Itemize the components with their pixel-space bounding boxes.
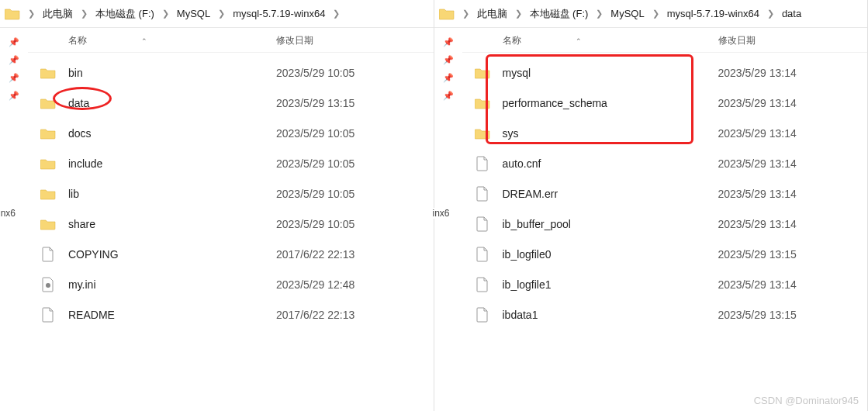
item-date: 2023/5/29 13:14 bbox=[718, 157, 868, 170]
file-list[interactable]: mysql2023/5/29 13:14performance_schema20… bbox=[462, 53, 868, 411]
list-item[interactable]: ib_logfile02023/5/29 13:15 bbox=[462, 239, 868, 269]
list-item[interactable]: DREAM.err2023/5/29 13:14 bbox=[462, 178, 868, 209]
item-name: lib bbox=[68, 188, 276, 200]
watermark: CSDN @Dominator945 bbox=[754, 395, 859, 406]
pin-icon[interactable]: 📌 bbox=[9, 55, 19, 65]
item-name: my.ini bbox=[68, 278, 276, 291]
breadcrumb-item[interactable]: mysql-5.7.19-winx64 bbox=[231, 6, 327, 21]
folder-icon bbox=[28, 67, 68, 79]
file-icon bbox=[28, 277, 68, 292]
side-truncated-label: inx6 bbox=[0, 208, 16, 219]
file-icon bbox=[462, 277, 503, 292]
column-header-date[interactable]: 修改日期 bbox=[276, 34, 434, 47]
breadcrumb-item[interactable]: 本地磁盘 (F:) bbox=[528, 5, 590, 22]
item-name: ibdata1 bbox=[503, 309, 718, 321]
folder-icon bbox=[28, 188, 68, 200]
breadcrumb-item[interactable]: 本地磁盘 (F:) bbox=[94, 5, 156, 22]
item-date: 2023/5/29 12:48 bbox=[276, 278, 434, 291]
list-item[interactable]: performance_schema2023/5/29 13:14 bbox=[462, 88, 868, 118]
list-item[interactable]: sys2023/5/29 13:14 bbox=[462, 118, 868, 148]
item-date: 2023/5/29 13:14 bbox=[718, 97, 868, 109]
side-truncated-label: inx6 bbox=[433, 208, 450, 219]
pin-icon[interactable]: 📌 bbox=[443, 55, 454, 65]
sort-indicator-icon: ⌃ bbox=[141, 37, 147, 45]
item-date: 2023/5/29 13:14 bbox=[718, 67, 868, 79]
quick-access-column: 📌 📌 📌 📌 bbox=[0, 28, 28, 411]
pin-icon[interactable]: 📌 bbox=[9, 37, 19, 47]
folder-icon bbox=[439, 8, 455, 20]
item-name: ib_logfile0 bbox=[503, 248, 718, 261]
breadcrumb-item[interactable]: MySQL bbox=[609, 6, 645, 21]
item-name: include bbox=[68, 157, 276, 170]
item-name: README bbox=[68, 309, 276, 321]
pin-icon[interactable]: 📌 bbox=[443, 91, 454, 101]
chevron-right-icon: ❯ bbox=[78, 9, 91, 19]
item-date: 2023/5/29 10:05 bbox=[276, 218, 434, 230]
breadcrumb-item[interactable]: mysql-5.7.19-winx64 bbox=[666, 6, 761, 21]
list-item[interactable]: my.ini2023/5/29 12:48 bbox=[28, 269, 434, 299]
pin-icon[interactable]: 📌 bbox=[9, 73, 19, 83]
breadcrumb-item[interactable]: 此电脑 bbox=[41, 5, 74, 22]
folder-icon bbox=[28, 218, 68, 230]
folder-icon bbox=[462, 67, 503, 79]
list-item[interactable]: docs2023/5/29 10:05 bbox=[28, 118, 434, 148]
item-date: 2023/5/29 13:14 bbox=[718, 218, 868, 230]
file-list-area: 名称 ⌃ 修改日期 mysql2023/5/29 13:14performanc… bbox=[462, 28, 868, 411]
item-name: ib_buffer_pool bbox=[503, 218, 718, 230]
item-date: 2023/5/29 13:15 bbox=[718, 309, 868, 321]
chevron-right-icon: ❯ bbox=[25, 9, 38, 19]
file-list[interactable]: bin2023/5/29 10:05data2023/5/29 13:15doc… bbox=[28, 53, 434, 411]
list-item[interactable]: auto.cnf2023/5/29 13:14 bbox=[462, 148, 868, 178]
pin-icon[interactable]: 📌 bbox=[9, 91, 19, 101]
column-headers[interactable]: 名称 ⌃ 修改日期 bbox=[462, 29, 868, 53]
column-header-date[interactable]: 修改日期 bbox=[718, 34, 868, 47]
item-name: ib_logfile1 bbox=[503, 278, 718, 291]
item-date: 2023/5/29 10:05 bbox=[276, 67, 434, 79]
list-item[interactable]: include2023/5/29 10:05 bbox=[28, 148, 434, 178]
explorer-pane-left: ❯ 此电脑 ❯ 本地磁盘 (F:) ❯ MySQL ❯ mysql-5.7.19… bbox=[0, 0, 434, 411]
file-icon bbox=[28, 247, 68, 262]
column-header-name[interactable]: 名称 bbox=[503, 34, 521, 47]
column-header-name[interactable]: 名称 bbox=[68, 34, 87, 47]
list-item[interactable]: ib_buffer_pool2023/5/29 13:14 bbox=[462, 209, 868, 239]
list-item[interactable]: COPYING2017/6/22 22:13 bbox=[28, 239, 434, 269]
file-icon bbox=[462, 186, 503, 202]
chevron-right-icon: ❯ bbox=[215, 9, 228, 19]
list-item[interactable]: data2023/5/29 13:15 bbox=[28, 88, 434, 118]
chevron-right-icon: ❯ bbox=[764, 9, 777, 19]
item-name: docs bbox=[68, 127, 276, 140]
breadcrumb[interactable]: ❯ 此电脑 ❯ 本地磁盘 (F:) ❯ MySQL ❯ mysql-5.7.19… bbox=[0, 0, 434, 28]
breadcrumb-item[interactable]: MySQL bbox=[175, 6, 212, 21]
content-area: 📌 📌 📌 📌 inx6 名称 ⌃ 修改日期 bin2023/5/29 10:0… bbox=[0, 28, 434, 411]
item-date: 2017/6/22 22:13 bbox=[276, 309, 434, 321]
chevron-right-icon: ❯ bbox=[593, 9, 606, 19]
pin-icon[interactable]: 📌 bbox=[443, 37, 454, 47]
pin-icon[interactable]: 📌 bbox=[443, 73, 454, 83]
column-headers[interactable]: 名称 ⌃ 修改日期 bbox=[28, 29, 434, 53]
item-name: share bbox=[68, 218, 276, 230]
folder-icon bbox=[28, 97, 68, 109]
item-date: 2017/6/22 22:13 bbox=[276, 248, 434, 261]
list-item[interactable]: README2017/6/22 22:13 bbox=[28, 299, 434, 330]
content-area: 📌 📌 📌 📌 inx6 名称 ⌃ 修改日期 mysql2023/5/29 13… bbox=[434, 28, 868, 411]
item-date: 2023/5/29 13:14 bbox=[718, 127, 868, 140]
item-date: 2023/5/29 10:05 bbox=[276, 127, 434, 140]
item-date: 2023/5/29 13:15 bbox=[276, 97, 434, 109]
item-name: COPYING bbox=[68, 248, 276, 261]
list-item[interactable]: mysql2023/5/29 13:14 bbox=[462, 57, 868, 88]
list-item[interactable]: lib2023/5/29 10:05 bbox=[28, 178, 434, 209]
item-date: 2023/5/29 13:15 bbox=[718, 248, 868, 261]
folder-icon bbox=[28, 127, 68, 140]
svg-point-0 bbox=[46, 283, 50, 288]
list-item[interactable]: bin2023/5/29 10:05 bbox=[28, 57, 434, 88]
breadcrumb[interactable]: ❯ 此电脑 ❯ 本地磁盘 (F:) ❯ MySQL ❯ mysql-5.7.19… bbox=[434, 0, 868, 28]
list-item[interactable]: ibdata12023/5/29 13:15 bbox=[462, 299, 868, 330]
chevron-right-icon: ❯ bbox=[330, 9, 343, 19]
item-name: DREAM.err bbox=[503, 188, 718, 200]
list-item[interactable]: ib_logfile12023/5/29 13:14 bbox=[462, 269, 868, 299]
item-name: performance_schema bbox=[503, 97, 718, 109]
list-item[interactable]: share2023/5/29 10:05 bbox=[28, 209, 434, 239]
item-date: 2023/5/29 10:05 bbox=[276, 188, 434, 200]
breadcrumb-item[interactable]: 此电脑 bbox=[475, 5, 509, 22]
breadcrumb-item[interactable]: data bbox=[780, 6, 803, 21]
